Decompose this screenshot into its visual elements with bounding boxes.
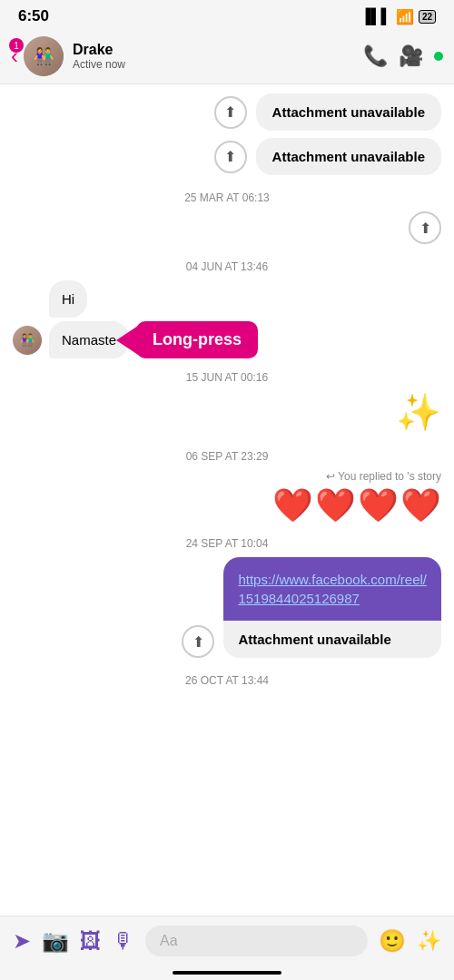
- attachment-bubble-1: Attachment unavailable: [256, 93, 441, 131]
- timestamp-2: 04 JUN AT 13:46: [13, 260, 441, 273]
- send-icon[interactable]: ➤: [13, 928, 31, 954]
- avatar-image: 👫: [24, 36, 64, 76]
- hearts-row: ❤️ ❤️ ❤️ ❤️: [13, 486, 441, 524]
- fb-link-row: ⬆ https://www.facebook.com/reel/15198440…: [13, 557, 441, 658]
- timestamp-5: 24 SEP AT 10:04: [13, 537, 441, 550]
- share-icon-3[interactable]: ⬆: [409, 211, 441, 244]
- chat-area: ⬆ Attachment unavailable ⬆ Attachment un…: [0, 84, 454, 928]
- back-badge: 1: [9, 38, 24, 53]
- back-button[interactable]: ‹ 1: [11, 44, 18, 69]
- attachment-bubble-2: Attachment unavailable: [256, 138, 441, 175]
- sparkle-area: ✨: [13, 391, 441, 434]
- home-indicator: [173, 971, 281, 975]
- small-avatar: 👫: [13, 326, 42, 355]
- timestamp-6: 26 OCT AT 13:44: [13, 674, 441, 687]
- share-icon-2[interactable]: ⬆: [214, 141, 247, 173]
- header-actions: 📞 🎥: [363, 44, 443, 68]
- status-icons: ▐▌▌ 📶 22: [360, 8, 436, 25]
- user-info: Drake Active now: [73, 42, 363, 71]
- avatar: 👫: [24, 36, 64, 76]
- fb-bubble-container: https://www.facebook.com/reel/1519844025…: [223, 557, 441, 658]
- camera-icon[interactable]: 📷: [42, 928, 69, 954]
- share-icon-1[interactable]: ⬆: [214, 96, 247, 129]
- timestamp-1: 25 MAR AT 06:13: [13, 191, 441, 204]
- namaste-row: 👫 Namaste Long-press: [13, 321, 441, 358]
- share-row-3: ⬆: [13, 211, 441, 244]
- heart-emoji-3: ❤️: [358, 486, 399, 524]
- msg-row-hi: Hi: [13, 280, 441, 318]
- message-input[interactable]: Aa: [145, 926, 368, 956]
- wifi-icon: 📶: [396, 8, 414, 25]
- heart-emoji-1: ❤️: [272, 486, 313, 524]
- battery-icon: 22: [419, 10, 436, 24]
- avatar-container: 👫: [24, 36, 64, 76]
- bottom-bar: ➤ 📷 🖼 🎙 Aa 🙂 ✨: [0, 916, 454, 980]
- user-name: Drake: [73, 42, 363, 58]
- microphone-icon[interactable]: 🎙: [113, 928, 134, 954]
- sparkle-emoji: ✨: [396, 391, 441, 434]
- user-status: Active now: [73, 58, 363, 71]
- gallery-icon[interactable]: 🖼: [80, 928, 102, 954]
- reply-label: ↩ You replied to 's story: [13, 470, 441, 483]
- timestamp-4: 06 SEP AT 23:29: [13, 450, 441, 463]
- long-press-arrow: Long-press: [136, 321, 258, 358]
- timestamp-3: 15 JUN AT 00:16: [13, 371, 441, 384]
- share-icon-fb[interactable]: ⬆: [182, 625, 214, 658]
- long-press-label: Long-press: [136, 321, 258, 358]
- call-button[interactable]: 📞: [363, 44, 388, 68]
- fb-attachment-bubble: Attachment unavailable: [223, 621, 441, 658]
- emoji-button[interactable]: 🙂: [379, 928, 406, 954]
- hi-bubble: Hi: [49, 280, 87, 318]
- signal-icon: ▐▌▌: [360, 8, 391, 24]
- online-status-dot: [434, 52, 443, 61]
- heart-emoji-4: ❤️: [400, 486, 441, 524]
- input-placeholder: Aa: [160, 933, 178, 949]
- fb-link-bubble[interactable]: https://www.facebook.com/reel/1519844025…: [223, 557, 441, 621]
- bottom-bar-inner: ➤ 📷 🖼 🎙 Aa 🙂 ✨: [13, 926, 441, 956]
- video-call-button[interactable]: 🎥: [399, 44, 423, 68]
- heart-emoji-2: ❤️: [315, 486, 356, 524]
- status-bar: 6:50 ▐▌▌ 📶 22: [0, 0, 454, 29]
- attachment-row-1: ⬆ Attachment unavailable: [13, 93, 441, 131]
- chat-header: ‹ 1 👫 Drake Active now 📞 🎥: [0, 29, 454, 84]
- status-time: 6:50: [18, 7, 49, 25]
- sparkle-button[interactable]: ✨: [417, 929, 441, 953]
- attachment-row-2: ⬆ Attachment unavailable: [13, 138, 441, 175]
